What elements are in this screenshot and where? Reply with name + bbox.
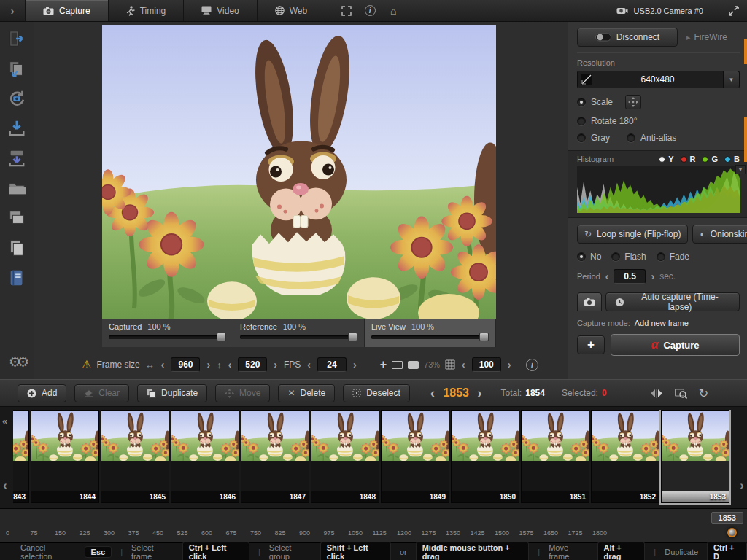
filmstrip-frame-1852[interactable]: 1852 <box>591 410 659 503</box>
grid-decrease[interactable]: ‹ <box>460 359 467 370</box>
histogram-channel-G[interactable]: G <box>702 155 718 163</box>
width-increase[interactable]: › <box>205 359 212 370</box>
tab-capture[interactable]: Capture <box>25 0 109 21</box>
resolution-dropdown[interactable]: 640x480 ▼ <box>577 71 740 88</box>
filmstrip-frame-1853[interactable]: 1853 <box>661 410 729 503</box>
filmstrip-frame-1850[interactable]: 1850 <box>451 410 519 503</box>
grid-size-value[interactable]: 100 <box>472 357 501 372</box>
copy-pages-icon[interactable] <box>6 237 28 259</box>
duplicate-button[interactable]: Duplicate <box>137 384 207 402</box>
scroll-left-icon[interactable]: ‹ <box>3 478 7 493</box>
tab-label: Video <box>217 6 239 16</box>
add-button[interactable]: Add <box>18 384 66 402</box>
frame-height-value[interactable]: 520 <box>238 357 267 372</box>
filmstrip-frame-1849[interactable]: 1849 <box>381 410 449 503</box>
filmstrip-frame-1847[interactable]: 1847 <box>241 410 309 503</box>
fps-value[interactable]: 24 <box>317 357 347 372</box>
auto-capture-tab[interactable]: Auto capture (Time-lapse) <box>605 292 740 311</box>
period-decrease[interactable]: ‹ <box>604 271 611 282</box>
move-button[interactable]: Move <box>215 384 270 402</box>
refresh-icon[interactable]: ↻ <box>699 386 708 400</box>
manual-capture-tab[interactable] <box>577 292 602 311</box>
filmstrip-frame-1851[interactable]: 1851 <box>521 410 589 503</box>
histogram-channel-Y[interactable]: Y <box>659 155 673 163</box>
filmstrip-frame-1844[interactable]: 1844 <box>31 410 99 503</box>
clear-button[interactable]: Clear <box>74 384 129 402</box>
loop-single-button[interactable]: ↻ Loop single (Flip-flop) <box>577 225 688 244</box>
tab-timing[interactable]: Timing <box>109 0 185 21</box>
slider-track[interactable] <box>109 335 226 339</box>
import-tray-icon[interactable] <box>6 147 28 169</box>
scroll-down-icon[interactable]: ▼ <box>735 165 746 174</box>
grid-icon[interactable] <box>445 359 455 370</box>
width-decrease[interactable]: ‹ <box>160 359 166 370</box>
flash-no-radio[interactable] <box>577 252 586 261</box>
disconnect-button[interactable]: Disconnect <box>577 28 678 47</box>
go-first-icon[interactable]: « <box>2 416 7 427</box>
capture-button[interactable]: α Capture <box>611 334 740 356</box>
collapse-arrow-icon[interactable]: › <box>0 0 25 21</box>
capture-mode: Capture mode: Add new frame <box>577 319 740 327</box>
firewire-tab[interactable]: ▸ FireWire <box>686 32 727 42</box>
dropdown-arrow-icon[interactable]: ▼ <box>723 71 739 88</box>
add-frame-button[interactable]: + <box>577 335 605 354</box>
expand-icon[interactable] <box>728 5 740 17</box>
height-increase[interactable]: › <box>272 359 279 370</box>
frame-number: 1845 <box>101 491 169 502</box>
fps-increase[interactable]: › <box>352 359 358 370</box>
layers-icon[interactable] <box>6 207 28 229</box>
next-frame-button[interactable]: › <box>475 385 484 401</box>
info-icon[interactable]: i <box>526 359 538 371</box>
histogram-channel-B[interactable]: B <box>724 155 740 163</box>
crosshair-icon[interactable]: + <box>380 358 387 371</box>
period-value[interactable]: 0.5 <box>614 269 646 284</box>
delete-button[interactable]: ✕ Delete <box>278 384 335 402</box>
antialias-radio[interactable] <box>627 133 635 142</box>
slider-track[interactable] <box>240 335 357 339</box>
timeline-knob[interactable] <box>727 528 737 537</box>
slider-track[interactable] <box>371 335 489 339</box>
slider-handle[interactable] <box>217 332 226 341</box>
histogram-channel-R[interactable]: R <box>681 155 696 163</box>
filmstrip-frame-843[interactable]: 843 <box>13 410 29 503</box>
tab-video[interactable]: Video <box>184 0 257 21</box>
slider-handle[interactable] <box>348 332 357 341</box>
notebook-icon[interactable] <box>6 267 28 289</box>
slider-handle[interactable] <box>479 332 489 341</box>
home-icon[interactable]: ⌂ <box>384 3 403 19</box>
tab-web[interactable]: Web <box>258 0 325 21</box>
prev-frame-button[interactable]: ‹ <box>428 385 437 401</box>
flip-icon[interactable] <box>650 389 663 398</box>
onionskin-button[interactable]: ◐ Onionskin <box>692 225 747 244</box>
rotate-radio[interactable] <box>577 117 586 125</box>
scale-radio[interactable] <box>577 98 586 106</box>
move-pad-icon[interactable] <box>625 95 641 109</box>
import-pages-icon[interactable] <box>6 58 28 79</box>
settings-gears-icon[interactable]: ⚙⚙ <box>9 354 25 370</box>
flash-flash-radio[interactable] <box>611 252 620 261</box>
preview-zoom-icon[interactable] <box>675 388 687 399</box>
folder-icon[interactable] <box>6 177 28 199</box>
scrollbar-thumb[interactable] <box>744 117 747 162</box>
deselect-button[interactable]: Deselect <box>343 384 410 402</box>
info-icon[interactable]: i <box>360 3 379 19</box>
exit-door-icon[interactable] <box>6 28 28 50</box>
period-increase[interactable]: › <box>649 271 656 282</box>
timeline-ruler[interactable]: 0751502253003754505256006757508259009751… <box>0 529 747 540</box>
grid-increase[interactable]: › <box>506 359 513 370</box>
safe-frame-icon[interactable] <box>392 361 403 369</box>
frame-width-value[interactable]: 960 <box>171 357 200 372</box>
fullscreen-icon[interactable] <box>337 3 356 19</box>
scroll-right-icon[interactable]: › <box>740 478 744 493</box>
height-decrease[interactable]: ‹ <box>227 359 233 370</box>
filmstrip-frame-1845[interactable]: 1845 <box>101 410 169 503</box>
camera-rotate-icon[interactable] <box>6 88 28 109</box>
duplicate-icon <box>147 389 156 398</box>
fps-decrease[interactable]: ‹ <box>306 359 312 370</box>
filmstrip-frame-1846[interactable]: 1846 <box>171 410 239 503</box>
flash-fade-radio[interactable] <box>657 252 665 261</box>
gray-radio[interactable] <box>577 133 586 142</box>
filled-frame-icon[interactable] <box>408 361 419 369</box>
filmstrip-frame-1848[interactable]: 1848 <box>311 410 379 503</box>
download-icon[interactable] <box>6 117 28 139</box>
